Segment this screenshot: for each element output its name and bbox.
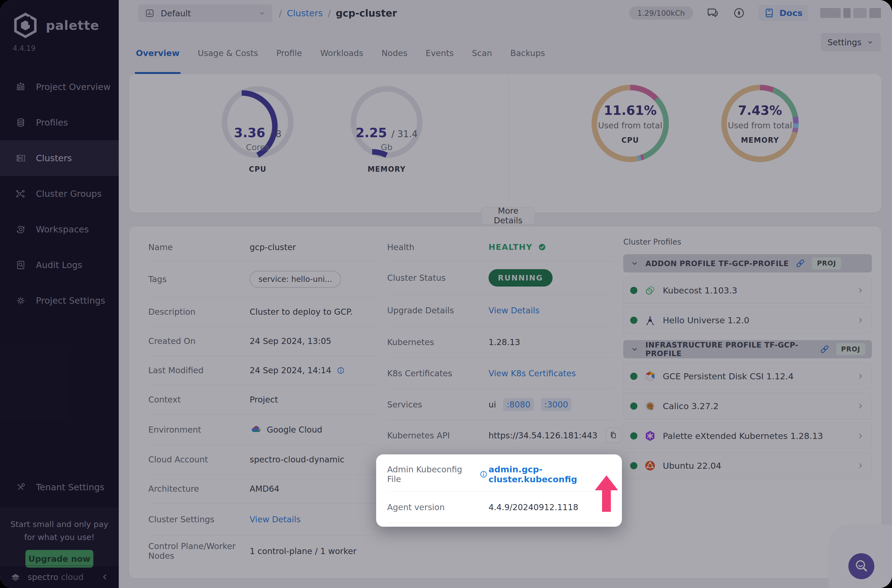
pack-name: GCE Persistent Disk CSI 1.12.4: [663, 371, 850, 381]
spotlight-row-agent-version: Agent version4.4.9/20240912.1118: [387, 492, 611, 523]
breadcrumb-clusters-link[interactable]: Clusters: [287, 8, 323, 18]
sidebar-item-audit-logs[interactable]: Audit Logs: [0, 247, 119, 283]
mid-row-upgrade-details: Upgrade DetailsView Details: [387, 294, 614, 327]
sidebar-item-workspaces[interactable]: Workspaces: [0, 212, 119, 247]
left-row-description: DescriptionCluster to deploy to GCP.: [148, 297, 377, 327]
tab-usage-costs[interactable]: Usage & Costs: [198, 32, 258, 74]
tab-events[interactable]: Events: [426, 32, 454, 74]
detail-label: Cluster Settings: [148, 514, 250, 524]
profile-pack-row[interactable]: Ubuntu 22.04: [623, 452, 872, 479]
sidebar-item-cluster-groups[interactable]: Cluster Groups: [0, 176, 119, 212]
profile-pack-row[interactable]: GCE Persistent Disk CSI 1.12.4: [623, 363, 872, 390]
collapse-sidebar-icon[interactable]: [100, 572, 110, 582]
detail-value: 4.4.9/20240912.1118: [488, 502, 578, 512]
sidebar-item-tenant-settings[interactable]: Tenant Settings: [0, 469, 119, 505]
workspaces-icon: [15, 224, 26, 235]
pack-name: Hello Universe 1.2.0: [663, 315, 850, 325]
profile-pack-row[interactable]: Hello Universe 1.2.0: [623, 307, 872, 333]
search-assistant-fab[interactable]: [848, 553, 874, 579]
mid-row-health: HealthHEALTHY: [387, 233, 614, 261]
detail-label: Tags: [148, 274, 250, 284]
upgrade-now-button[interactable]: Upgrade now: [26, 550, 93, 568]
chevron-right-icon: [856, 286, 865, 295]
project-settings-icon: [15, 296, 26, 306]
chat-icon[interactable]: [705, 6, 720, 20]
tab-backups[interactable]: Backups: [511, 32, 545, 74]
detail-label: Environment: [148, 425, 250, 435]
usage-summary-card: 3.36 / 8CoresCPU2.25 / 31.4GbMEMORY11.61…: [129, 74, 881, 213]
link-icon: [819, 344, 830, 355]
chevron-right-icon: [856, 316, 865, 325]
detail-label: Description: [148, 307, 250, 316]
settings-button[interactable]: Settings: [821, 33, 881, 51]
profile-group-header[interactable]: ADDON PROFILE TF-GCP-PROFILEPROJ: [623, 254, 872, 273]
detail-label: Kubernetes: [387, 338, 488, 347]
detail-label: Admin Kubeconfig File: [387, 465, 488, 484]
proj-badge: PROJ: [836, 343, 865, 355]
detail-value: 1 control-plane / 1 worker: [250, 546, 356, 556]
detail-label: Health: [387, 242, 488, 252]
sidebar-item-project-settings[interactable]: Project Settings: [0, 283, 119, 318]
detail-link[interactable]: View Details: [250, 514, 301, 524]
promo-text: Start small and only pay for what you us…: [0, 518, 119, 544]
user-menu-redacted[interactable]: [820, 8, 881, 18]
gauge-chart-memory: 2.25 / 31.4GbMEMORY: [348, 83, 425, 166]
chevron-down-icon: [630, 259, 639, 268]
tab-profile[interactable]: Profile: [276, 32, 302, 74]
detail-label: Upgrade Details: [387, 306, 488, 315]
docs-button[interactable]: Docs: [758, 5, 808, 21]
detail-value: View K8s Certificates: [488, 369, 576, 378]
left-row-context: ContextProject: [148, 385, 377, 414]
info-icon[interactable]: [336, 366, 346, 375]
profile-group-title: INFRASTRUCTURE PROFILE TF-GCP-PROFILE: [646, 340, 813, 358]
detail-link[interactable]: View Details: [488, 306, 540, 315]
palette-app-window: palette 4.4.19 Project OverviewProfilesC…: [0, 0, 892, 588]
profile-pack-row[interactable]: Palette eXtended Kubernetes 1.28.13: [623, 422, 872, 449]
audit-logs-icon: [15, 260, 26, 270]
tab-scan[interactable]: Scan: [472, 32, 492, 74]
sidebar-item-label: Project Overview: [36, 82, 110, 92]
info-icon[interactable]: [479, 469, 488, 479]
profile-pack-row[interactable]: Kubecost 1.103.3: [623, 277, 872, 304]
gauge-value: 2.25 / 31.4: [348, 125, 425, 140]
project-selector-value: Default: [161, 9, 252, 18]
profile-pack-row[interactable]: Calico 3.27.2: [623, 393, 872, 419]
detail-label: Agent version: [387, 502, 488, 512]
topbar-right: 1.29/100kCh Docs: [629, 4, 881, 22]
detail-value: AMD64: [250, 484, 279, 494]
profile-group-header[interactable]: INFRASTRUCTURE PROFILE TF-GCP-PROFILEPRO…: [623, 340, 872, 358]
project-selector[interactable]: Default: [138, 4, 272, 22]
detail-label: Kubernetes API: [387, 430, 488, 440]
donut-caption: MEMORY: [719, 136, 802, 144]
left-row-control-plane-worker-nodes: Control Plane/Worker Nodes1 control-plan…: [148, 536, 377, 567]
detail-link[interactable]: View K8s Certificates: [488, 369, 576, 378]
sidebar-item-project-overview[interactable]: Project Overview: [0, 69, 119, 105]
copy-button[interactable]: [606, 428, 621, 443]
ubuntu-logo-icon: [644, 460, 656, 472]
tab-workloads[interactable]: Workloads: [320, 32, 363, 74]
chart-select-icon: [144, 8, 155, 19]
detail-value: Cluster to deploy to GCP.: [250, 307, 353, 316]
detail-label: Created On: [148, 336, 250, 346]
tab-nodes[interactable]: Nodes: [381, 32, 407, 74]
more-details-button[interactable]: More Details: [482, 207, 535, 224]
pack-status-dot: [630, 373, 637, 380]
spotlight-rows: Admin Kubeconfig Fileadmin.gcp-cluster.k…: [387, 457, 611, 523]
donut-chart-cpu: 11.61%Used from totalCPU: [589, 82, 671, 165]
service-port-link[interactable]: :8080: [503, 398, 533, 411]
details-left-column: Namegcp-clusterTagsservice: hello-uni...…: [148, 233, 377, 567]
sidebar-item-profiles[interactable]: Profiles: [0, 105, 119, 140]
detail-value: https://34.54.126.181:443: [488, 428, 621, 443]
detail-value: admin.gcp-cluster.kubeconfig: [488, 464, 611, 484]
service-port-link[interactable]: :3000: [541, 398, 571, 411]
profiles-icon: [15, 117, 26, 128]
sidebar-item-clusters[interactable]: Clusters: [0, 140, 119, 176]
chevron-down-icon: [630, 345, 639, 354]
gauge-value: 3.36 / 8: [219, 125, 296, 140]
mid-row-cluster-status: Cluster StatusRUNNING: [387, 261, 614, 294]
kubeconfig-link[interactable]: admin.gcp-cluster.kubeconfig: [488, 464, 611, 484]
gce-logo-icon: [644, 370, 656, 382]
help-compass-icon[interactable]: [732, 6, 746, 20]
topbar: Default / Clusters / gcp-cluster 1.29/10…: [119, 0, 892, 27]
tab-overview[interactable]: Overview: [136, 32, 180, 74]
